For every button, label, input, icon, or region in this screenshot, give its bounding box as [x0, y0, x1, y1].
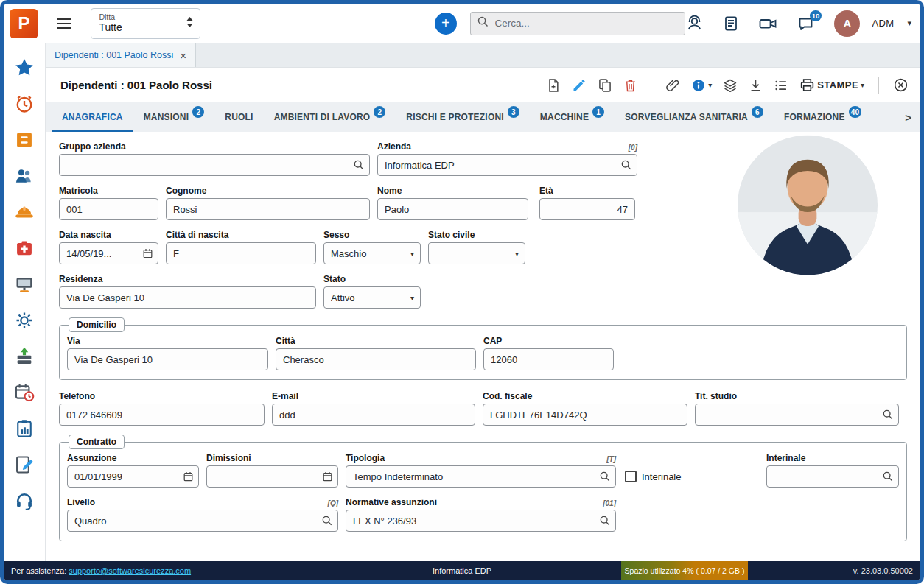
document-tab[interactable]: Dipendenti : 001 Paolo Rossi ×: [46, 43, 196, 67]
assistance-link[interactable]: supporto@softwaresicurezza.com: [69, 566, 191, 575]
print-button[interactable]: STAMPE ▾: [799, 77, 864, 93]
menu-button[interactable]: [52, 11, 76, 36]
tab-ambienti-di-lavoro[interactable]: AMBIENTI DI LAVORO2: [264, 102, 396, 132]
add-new-button[interactable]: +: [435, 13, 457, 35]
sidebar-time-clock-icon[interactable]: [12, 91, 37, 116]
edit-record-icon[interactable]: [572, 78, 587, 93]
news-document-icon[interactable]: [722, 15, 740, 32]
tipologia-input[interactable]: [346, 465, 616, 488]
azienda-input[interactable]: [377, 154, 637, 176]
citta-di-nascita-input[interactable]: [166, 242, 316, 264]
sidebar-archive-icon[interactable]: [12, 127, 37, 152]
assistance-text: Per assistenza: supporto@softwaresicurez…: [11, 566, 191, 575]
stato-select[interactable]: [323, 286, 421, 309]
dimissioni-input[interactable]: [206, 465, 338, 488]
sidebar-settings-gear-icon[interactable]: [12, 308, 37, 333]
tab-rischi-e-protezioni[interactable]: RISCHI E PROTEZIONI3: [396, 102, 529, 132]
cognome-input[interactable]: [166, 198, 370, 220]
sidebar-support-headset-icon[interactable]: [12, 488, 37, 513]
domicilio-via-input[interactable]: [67, 348, 268, 370]
stato-civile-select[interactable]: [428, 242, 525, 264]
calendar-icon[interactable]: [322, 471, 333, 482]
sidebar-reports-icon[interactable]: [12, 416, 37, 441]
company-selector-label: Ditta: [99, 13, 122, 21]
user-menu-caret-icon[interactable]: ▾: [907, 18, 911, 28]
field-label: Cognome: [166, 186, 206, 196]
app-logo[interactable]: P: [10, 9, 38, 38]
chat-icon[interactable]: 10: [797, 15, 815, 32]
search-icon[interactable]: [353, 159, 365, 171]
tab-anagrafica[interactable]: ANAGRAFICA: [52, 102, 133, 132]
company-selector[interactable]: Ditta Tutte: [91, 8, 200, 39]
sidebar-favorites-icon[interactable]: [12, 55, 37, 80]
support-agent-icon[interactable]: [685, 14, 704, 32]
tab-close-icon[interactable]: ×: [180, 50, 186, 61]
sesso-select[interactable]: [323, 242, 421, 264]
interinale-checkbox[interactable]: Interinale: [625, 471, 681, 482]
search-icon[interactable]: [882, 471, 894, 482]
employee-photo: [738, 135, 878, 278]
sidebar-data-import-icon[interactable]: [12, 344, 37, 369]
dropdown-caret-icon[interactable]: ▾: [410, 250, 414, 258]
sidebar-employees-icon[interactable]: [12, 163, 37, 189]
tab-sorveglianza-sanitaria[interactable]: SORVEGLIANZA SANITARIA6: [615, 102, 774, 132]
tab-ruoli[interactable]: RUOLI: [214, 102, 263, 132]
user-avatar[interactable]: A: [834, 10, 860, 37]
domicilio-citta-input[interactable]: [276, 348, 476, 370]
cod-fiscale-input[interactable]: [483, 404, 687, 426]
sidebar-calendar-deadlines-icon[interactable]: [12, 380, 37, 405]
user-name: ADM: [872, 18, 894, 29]
download-icon[interactable]: [749, 78, 763, 93]
field-domicilio-cap: CAP: [483, 335, 614, 370]
email-input[interactable]: [272, 404, 475, 426]
copy-record-icon[interactable]: [598, 78, 612, 93]
calendar-icon[interactable]: [142, 248, 153, 259]
dropdown-caret-icon[interactable]: ▾: [410, 294, 414, 302]
search-icon[interactable]: [882, 409, 894, 421]
gruppo-azienda-input[interactable]: [59, 154, 370, 176]
list-view-icon[interactable]: [774, 78, 788, 93]
delete-record-icon[interactable]: [623, 78, 637, 93]
residenza-input[interactable]: [59, 286, 316, 309]
attachment-icon[interactable]: [665, 78, 680, 93]
tab-formazione[interactable]: FORMAZIONE40: [774, 102, 872, 132]
eta-input[interactable]: [539, 198, 635, 220]
interinale-input[interactable]: [766, 465, 899, 488]
tabs-scroll-right-icon[interactable]: >: [896, 102, 920, 132]
add-record-icon[interactable]: [546, 78, 561, 93]
tit-studio-input[interactable]: [695, 404, 899, 426]
global-search-box[interactable]: [470, 12, 686, 35]
matricola-input[interactable]: [59, 198, 158, 220]
search-input[interactable]: [494, 17, 679, 29]
dropdown-caret-icon[interactable]: ▾: [515, 250, 519, 258]
assunzione-input[interactable]: [67, 465, 199, 488]
contratto-group: Contratto Assunzione Dimissioni: [59, 435, 907, 541]
field-hint: [Q]: [328, 499, 338, 507]
normative-assunzioni-input[interactable]: [346, 510, 616, 532]
telefono-input[interactable]: [59, 404, 265, 426]
sidebar-safety-helmet-icon[interactable]: [12, 200, 37, 225]
tab-mansioni[interactable]: MANSIONI2: [133, 102, 215, 132]
page-title-name: 001 Paolo Rossi: [127, 79, 212, 91]
page-header: Dipendenti : 001 Paolo Rossi: [46, 68, 920, 102]
field-hint: [T]: [606, 455, 616, 463]
layers-export-icon[interactable]: [723, 78, 738, 93]
livello-input[interactable]: [67, 510, 338, 532]
document-tabstrip: Dipendenti : 001 Paolo Rossi ×: [46, 43, 920, 68]
search-icon[interactable]: [321, 515, 333, 527]
close-record-icon[interactable]: [893, 77, 909, 93]
field-label: Tit. studio: [695, 391, 737, 401]
search-icon[interactable]: [620, 159, 632, 171]
sidebar-edit-notes-icon[interactable]: [12, 452, 37, 477]
search-icon[interactable]: [599, 515, 611, 527]
sidebar-monitor-icon[interactable]: [12, 272, 37, 297]
search-icon[interactable]: [599, 471, 611, 482]
video-camera-icon[interactable]: [758, 15, 778, 32]
domicilio-cap-input[interactable]: [483, 348, 614, 370]
info-icon[interactable]: ▾: [691, 78, 712, 93]
calendar-icon[interactable]: [183, 471, 194, 482]
checkbox-box[interactable]: [625, 471, 637, 482]
tab-macchine[interactable]: MACCHINE1: [530, 102, 615, 132]
nome-input[interactable]: [377, 198, 528, 220]
sidebar-first-aid-icon[interactable]: [12, 236, 37, 261]
